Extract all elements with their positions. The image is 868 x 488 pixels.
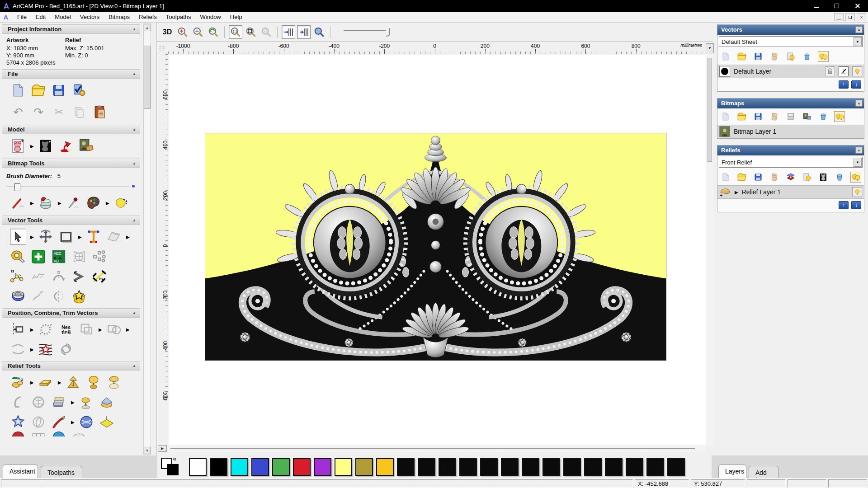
flyout-arrow-icon[interactable]: ▶ xyxy=(126,327,129,332)
flyout-arrow-icon[interactable]: ▶ xyxy=(30,235,33,239)
toggle-all-bitmaps-icon[interactable] xyxy=(834,111,845,122)
fillet-icon[interactable] xyxy=(10,341,26,357)
assistant-scrollbar[interactable]: ▲ ▼ xyxy=(143,23,151,455)
vector-envelope-icon[interactable] xyxy=(106,229,122,245)
tab-add-in[interactable]: Add In xyxy=(749,466,778,478)
colour-swatch-10[interactable] xyxy=(397,458,415,476)
star-relief-icon[interactable] xyxy=(10,414,26,430)
line-width-control[interactable] xyxy=(343,26,397,38)
vector-texture-flow-icon[interactable] xyxy=(38,341,54,357)
open-relief-layer-icon[interactable] xyxy=(736,172,747,183)
colour-swatch-9[interactable] xyxy=(376,458,394,476)
zoom-100-icon[interactable]: 1:1 xyxy=(229,25,242,39)
flyout-arrow-icon[interactable]: ▶ xyxy=(30,380,33,385)
collapse-icon[interactable]: ▲ xyxy=(855,147,863,154)
move-layer-up-icon[interactable]: ↑ xyxy=(839,201,849,209)
mdi-minimize-button[interactable] xyxy=(834,13,844,21)
pane-splitter-button[interactable]: ▶ xyxy=(158,445,167,452)
scroll-down-icon[interactable]: ▼ xyxy=(144,447,151,454)
relief-layer-row[interactable]: + ▶ Relief Layer 1 xyxy=(717,185,864,199)
transform-vectors-icon[interactable] xyxy=(38,229,54,245)
flyout-arrow-icon[interactable]: ▶ xyxy=(71,400,74,405)
move-layer-down-icon[interactable]: ↓ xyxy=(851,201,861,209)
vector-sheet-select[interactable]: Default Sheet ▼ xyxy=(719,36,863,47)
relief-copy-flip-icon[interactable] xyxy=(106,374,122,390)
preview-magnifier-icon[interactable] xyxy=(312,25,326,39)
link-colours-icon[interactable]: ⧉ xyxy=(173,457,176,462)
lock-icon[interactable] xyxy=(825,66,835,76)
save-relief-layer-icon[interactable] xyxy=(753,172,764,183)
scroll-up-icon[interactable]: ▲ xyxy=(144,24,151,31)
colour-swatch-2[interactable] xyxy=(231,458,248,476)
cut-icon[interactable]: ✂ xyxy=(51,104,67,120)
menu-help[interactable]: Help xyxy=(226,12,247,22)
layer-colour-button[interactable] xyxy=(719,66,730,77)
drawing-canvas[interactable] xyxy=(169,55,706,445)
tab-assistant[interactable]: Assistant xyxy=(3,465,38,478)
toggle-all-visibility-icon[interactable] xyxy=(818,51,829,62)
colour-swatch-13[interactable] xyxy=(459,458,477,476)
flyout-arrow-icon[interactable]: ▶ xyxy=(30,201,33,206)
colour-swatch-23[interactable] xyxy=(667,458,685,476)
zoom-fit-icon[interactable] xyxy=(244,25,258,39)
copy-icon[interactable] xyxy=(71,104,87,120)
canvas-vscrollbar[interactable] xyxy=(706,54,713,445)
vector-layer-row[interactable]: Default Layer xyxy=(717,65,864,78)
colour-swatch-3[interactable] xyxy=(251,458,269,476)
mesh-wireframe-icon[interactable] xyxy=(71,249,87,265)
flyout-arrow-icon[interactable]: ▶ xyxy=(30,144,33,149)
paste-icon[interactable] xyxy=(91,104,108,120)
relief-envelope-icon[interactable] xyxy=(99,394,115,410)
bitmap-layer-row[interactable]: Bitmap Layer 1 xyxy=(717,125,864,138)
open-bitmap-layer-icon[interactable] xyxy=(736,111,747,122)
minimize-button[interactable] xyxy=(806,0,826,12)
collapse-icon[interactable]: ▲ xyxy=(131,71,137,77)
lighting-icon[interactable] xyxy=(58,138,74,154)
ruler-units-dropdown[interactable]: ▼ xyxy=(706,43,714,53)
trim-vectors-icon[interactable]: ✂ xyxy=(91,268,108,285)
delete-bitmap-layer-icon[interactable] xyxy=(818,111,829,122)
expand-arrow-icon[interactable]: ▶ xyxy=(735,190,738,195)
save-bitmap-layer-icon[interactable] xyxy=(753,111,764,122)
create-text-icon[interactable] xyxy=(85,229,102,245)
flyout-arrow-icon[interactable]: ▶ xyxy=(30,327,33,332)
brush-diameter-slider[interactable] xyxy=(6,183,135,191)
zoom-out-icon[interactable] xyxy=(191,25,205,39)
menu-edit[interactable]: Edit xyxy=(31,12,50,22)
colour-swatch-18[interactable] xyxy=(563,458,581,476)
collapse-icon[interactable]: ▲ xyxy=(855,26,863,33)
sculpt-icon[interactable] xyxy=(10,394,26,410)
polyline-corner-icon[interactable] xyxy=(71,268,87,285)
switch-3d-view-button[interactable]: 3D xyxy=(160,25,174,39)
flyout-arrow-icon[interactable]: ▶ xyxy=(58,380,61,385)
save-vector-layer-icon[interactable] xyxy=(753,51,764,62)
hscroll-thumb[interactable] xyxy=(170,448,695,449)
chevron-down-icon[interactable]: ▼ xyxy=(854,158,862,167)
flyout-arrow-icon[interactable]: ▶ xyxy=(126,235,129,239)
relief-layers-icon[interactable] xyxy=(51,394,67,410)
weld-vectors-icon[interactable] xyxy=(106,321,122,338)
scrollbar-thumb[interactable] xyxy=(144,46,151,109)
paint-bucket-icon[interactable] xyxy=(38,195,54,211)
vscroll-thumb[interactable] xyxy=(708,58,712,162)
menu-model[interactable]: Model xyxy=(50,12,75,22)
save-file-icon[interactable] xyxy=(51,82,67,99)
colour-swatch-8[interactable] xyxy=(355,458,373,476)
create-rectangle-icon[interactable] xyxy=(58,229,74,245)
menu-bitmaps[interactable]: Bitmaps xyxy=(104,12,134,22)
artwork[interactable] xyxy=(205,133,666,361)
copy-bitmap-layer-icon[interactable] xyxy=(802,111,812,122)
menu-reliefs[interactable]: Reliefs xyxy=(134,12,161,22)
collapse-icon[interactable]: ▲ xyxy=(131,26,137,32)
colour-swatch-16[interactable] xyxy=(522,458,539,476)
group-vectors-icon[interactable] xyxy=(78,321,94,338)
colour-swatch-11[interactable] xyxy=(418,458,435,476)
wrap-vectors-icon[interactable] xyxy=(71,288,87,305)
colour-swatch-17[interactable] xyxy=(542,458,560,476)
menu-file[interactable]: File xyxy=(13,12,31,22)
visibility-bulb-icon[interactable] xyxy=(852,187,862,197)
flyout-arrow-icon[interactable]: ▶ xyxy=(71,420,74,425)
menu-window[interactable]: Window xyxy=(196,12,226,22)
snap-icon[interactable] xyxy=(839,66,849,76)
shape-from-colour-icon[interactable] xyxy=(113,195,129,211)
